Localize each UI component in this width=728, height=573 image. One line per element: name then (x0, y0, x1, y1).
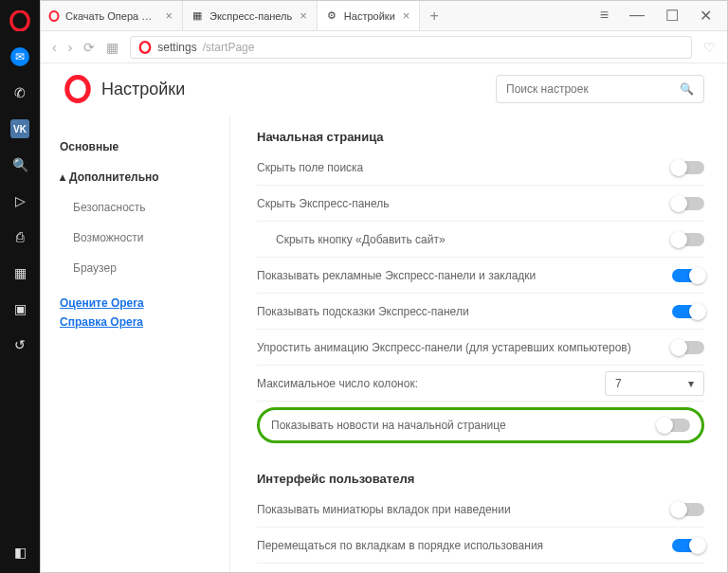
messenger-icon[interactable]: ✉ (9, 45, 31, 68)
setting-row-hide_speed: Скрыть Экспресс-панель (257, 186, 704, 222)
svg-point-0 (11, 11, 28, 30)
back-button[interactable]: ‹ (52, 40, 57, 55)
url-host: settings (157, 41, 196, 54)
help-opera-link[interactable]: Справка Opera (60, 315, 229, 329)
tab-label: Настройки (344, 10, 395, 22)
tab-strip: Скачать Опера для комп × ▦ Экспресс-пане… (41, 1, 727, 31)
setting-row-show_thumbs: Показывать миниатюры вкладок при наведен… (257, 492, 704, 528)
easy-setup-icon[interactable]: ≡ (594, 3, 614, 28)
main-window: Скачать Опера для комп × ▦ Экспресс-пане… (40, 0, 728, 573)
section-title: Начальная страница (257, 130, 704, 144)
opera-logo-large-icon (64, 75, 92, 103)
address-bar: ‹ › ⟳ ▦ settings/startPage ♡ (41, 31, 727, 63)
setting-label: Максимальное число колонок: (257, 377, 605, 390)
toggle-show_hints[interactable] (672, 305, 704, 318)
settings-search-input[interactable] (506, 82, 680, 96)
opera-url-icon (138, 41, 152, 54)
toggle-show_news[interactable] (658, 419, 690, 432)
panel-toggle-icon[interactable]: ◧ (9, 541, 31, 564)
setting-label: Скрыть Экспресс-панель (257, 197, 672, 210)
setting-row-hide_add_site: Скрыть кнопку «Добавить сайт» (257, 222, 704, 258)
url-path: /startPage (203, 41, 255, 54)
setting-label: Показывать рекламные Экспресс-панели и з… (257, 269, 672, 282)
snapshot-icon[interactable]: ⎙ (9, 225, 31, 248)
history-icon[interactable]: ↺ (9, 333, 31, 356)
nav-basic[interactable]: Основные (60, 132, 229, 162)
setting-label: Скрыть поле поиска (257, 161, 672, 174)
search-sb-icon[interactable]: 🔍 (9, 153, 31, 176)
bookmark-sb-icon[interactable]: ▣ (9, 297, 31, 320)
settings-body: Начальная страницаСкрыть поле поискаСкры… (230, 115, 727, 572)
tab-label: Скачать Опера для комп (65, 10, 157, 22)
toggle-simplify_anim[interactable] (672, 341, 704, 354)
settings-nav: Основные ▴Дополнительно Безопасность Воз… (41, 115, 230, 572)
tab-speed-dial[interactable]: ▦ Экспресс-панель × (183, 1, 318, 30)
setting-row-hide_search: Скрыть поле поиска (257, 150, 704, 186)
toggle-show_ads[interactable] (672, 269, 704, 282)
nav-browser[interactable]: Браузер (60, 253, 229, 283)
bookmark-heart-icon[interactable]: ♡ (703, 40, 716, 55)
speed-dial-icon: ▦ (191, 9, 204, 23)
chevron-down-icon: ▾ (688, 377, 694, 390)
svg-point-2 (140, 42, 151, 53)
new-tab-button[interactable]: + (420, 8, 447, 25)
url-input[interactable]: settings/startPage (130, 36, 692, 59)
svg-point-3 (67, 78, 89, 101)
vk-icon[interactable]: VK (9, 117, 31, 140)
tab-download-opera[interactable]: Скачать Опера для комп × (41, 1, 183, 30)
search-icon: 🔍 (680, 82, 694, 96)
select-max_cols[interactable]: 7▾ (605, 371, 704, 396)
toggle-hide_speed[interactable] (672, 197, 704, 210)
setting-row-simplify_anim: Упростить анимацию Экспресс-панели (для … (257, 330, 704, 366)
toggle-hide_search[interactable] (672, 161, 704, 174)
setting-label: Показывать миниатюры вкладок при наведен… (257, 503, 672, 516)
setting-row-show_hints: Показывать подсказки Экспресс-панели (257, 294, 704, 330)
speed-dial-button[interactable]: ▦ (106, 40, 118, 55)
svg-point-1 (50, 11, 59, 21)
setting-row-show_ads: Показывать рекламные Экспресс-панели и з… (257, 258, 704, 294)
forward-button[interactable]: › (68, 40, 73, 55)
setting-label: Упростить анимацию Экспресс-панели (для … (257, 341, 672, 354)
setting-label: Показывать подсказки Экспресс-панели (257, 305, 672, 318)
page-header: Настройки 🔍 (41, 63, 727, 115)
tab-label: Экспресс-панель (209, 10, 292, 22)
whatsapp-icon[interactable]: ✆ (9, 81, 31, 104)
setting-row-max_cols: Максимальное число колонок:7▾ (257, 366, 704, 402)
toggle-hide_add_site[interactable] (672, 233, 704, 246)
reload-button[interactable]: ⟳ (83, 40, 95, 55)
close-icon[interactable]: × (401, 9, 412, 23)
close-icon[interactable]: × (163, 9, 174, 23)
gear-icon: ⚙ (325, 9, 338, 23)
setting-row-cycle_tabs: Перемещаться по вкладкам в порядке испол… (257, 528, 704, 564)
page-title: Настройки (101, 80, 185, 99)
app-sidebar: ✉ ✆ VK 🔍 ▷ ⎙ ▦ ▣ ↺ ◧ (0, 0, 40, 573)
settings-search[interactable]: 🔍 (496, 75, 704, 103)
rate-opera-link[interactable]: Оцените Opera (60, 296, 229, 310)
toggle-cycle_tabs[interactable] (672, 539, 704, 552)
nav-features[interactable]: Возможности (60, 223, 229, 253)
settings-page: Настройки 🔍 Основные ▴Дополнительно Безо… (41, 63, 727, 572)
setting-row-show_news: Показывать новости на начальной странице (257, 407, 704, 443)
opera-logo-icon[interactable] (9, 9, 31, 32)
minimize-button[interactable]: — (624, 3, 650, 28)
setting-label: Скрыть кнопку «Добавить сайт» (276, 233, 672, 246)
maximize-button[interactable]: ☐ (660, 3, 684, 28)
chevron-down-icon: ▴ (60, 170, 69, 184)
select-value: 7 (615, 377, 622, 390)
section-title: Интерфейс пользователя (257, 472, 704, 486)
setting-label: Перемещаться по вкладкам в порядке испол… (257, 539, 672, 552)
close-icon[interactable]: × (298, 9, 309, 23)
nav-security[interactable]: Безопасность (60, 192, 229, 223)
setting-label: Показывать новости на начальной странице (271, 419, 658, 432)
close-window-button[interactable]: ✕ (694, 3, 718, 28)
send-icon[interactable]: ▷ (9, 189, 31, 212)
tab-settings[interactable]: ⚙ Настройки × (318, 1, 421, 30)
toggle-show_thumbs[interactable] (672, 503, 704, 516)
nav-advanced[interactable]: ▴Дополнительно (60, 162, 229, 192)
apps-icon[interactable]: ▦ (9, 261, 31, 284)
opera-tab-icon (48, 9, 60, 23)
